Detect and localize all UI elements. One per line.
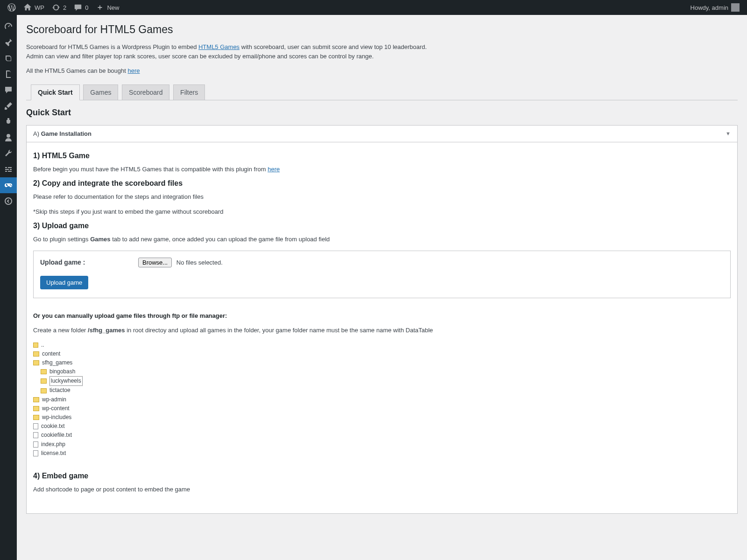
wordpress-icon (7, 3, 16, 12)
tree-file-license[interactable]: license.txt (33, 449, 731, 458)
sidebar-item-tools[interactable] (0, 146, 17, 161)
sidebar-item-pages[interactable] (0, 66, 17, 82)
tree-folder-wpcontent[interactable]: wp-content (33, 404, 731, 413)
user-icon (4, 133, 13, 142)
site-name-link[interactable]: WP (20, 0, 48, 15)
folder-icon (33, 351, 39, 357)
sliders-icon (4, 165, 13, 174)
brush-icon (4, 101, 13, 111)
dashboard-icon (4, 22, 13, 31)
upload-game-button[interactable]: Upload game (40, 276, 88, 289)
update-icon (52, 3, 60, 12)
folder-open-icon (33, 360, 39, 365)
html5-games-link[interactable]: HTML5 Games (198, 43, 240, 50)
comment-icon (74, 3, 82, 12)
page-title: Scoreboard for HTML5 Games (26, 23, 738, 36)
step3-text: Go to plugin settings Games tab to add n… (33, 235, 731, 244)
tree-folder-bingo[interactable]: bingobash (33, 367, 731, 376)
step1-text: Before begin you must have the HTML5 Gam… (33, 165, 731, 174)
sidebar-item-media[interactable] (0, 50, 17, 66)
file-icon (33, 432, 38, 438)
sidebar-item-appearance[interactable] (0, 98, 17, 114)
tree-up[interactable]: .. (33, 341, 731, 350)
step2-title: 2) Copy and integrate the scoreboard fil… (33, 179, 731, 188)
tree-file-cookie[interactable]: cookie.txt (33, 422, 731, 431)
tab-games[interactable]: Games (83, 84, 118, 100)
media-icon (4, 54, 13, 63)
greeting: Howdy, admin (691, 4, 728, 11)
main-content: Scoreboard for HTML5 Games Scoreboard fo… (17, 15, 747, 560)
step1-title: 1) HTML5 Game (33, 152, 731, 160)
page-desc-2: All the HTML5 Games can be bought here (26, 66, 738, 76)
sidebar-item-users[interactable] (0, 130, 17, 146)
tree-folder-lucky[interactable]: luckywheels (33, 376, 731, 386)
upload-label: Upload game : (40, 259, 110, 266)
admin-bar: WP 2 0 New Howdy, admin (0, 0, 747, 15)
tree-file-cookiefile[interactable]: cookiefile.txt (33, 431, 731, 440)
admin-sidebar (0, 15, 17, 560)
file-icon (33, 450, 38, 456)
nav-tabs: Quick Start Games Scoreboard Filters (26, 84, 738, 100)
folder-icon (41, 388, 47, 393)
create-folder-text: Create a new folder /sfhg_games in root … (33, 326, 731, 335)
updates-count: 2 (63, 4, 66, 11)
svg-point-0 (5, 198, 12, 204)
sidebar-item-scoreboard[interactable] (0, 177, 17, 193)
wrench-icon (4, 149, 13, 158)
account-link[interactable]: Howdy, admin (687, 0, 743, 15)
tree-folder-wpadmin[interactable]: wp-admin (33, 395, 731, 404)
step3-title: 3) Upload game (33, 222, 731, 230)
new-content-link[interactable]: New (92, 0, 123, 15)
folder-icon (33, 397, 39, 402)
sidebar-item-comments[interactable] (0, 82, 17, 98)
folder-icon (33, 415, 39, 420)
accordion-body: 1) HTML5 Game Before begin you must have… (27, 142, 737, 514)
step4-title: 4) Embed game (33, 472, 731, 480)
pin-icon (4, 38, 13, 47)
sidebar-item-posts[interactable] (0, 35, 17, 50)
site-name: WP (35, 4, 44, 11)
collapse-icon (4, 196, 13, 206)
accordion-header[interactable]: A) Game Installation ▼ (27, 126, 737, 142)
plugin-icon (4, 117, 13, 126)
tab-scoreboard[interactable]: Scoreboard (122, 84, 169, 100)
gamepad-icon (4, 181, 13, 190)
page-desc-1: Scoreboard for HTML5 Games is a Wordpres… (26, 42, 738, 61)
sidebar-item-collapse[interactable] (0, 193, 17, 209)
step4-text: Add shortcode to page or post content to… (33, 485, 731, 494)
accordion-game-installation: A) Game Installation ▼ 1) HTML5 Game Bef… (26, 125, 738, 514)
tree-folder-content[interactable]: content (33, 350, 731, 358)
tab-quickstart[interactable]: Quick Start (31, 84, 80, 100)
tab-filters[interactable]: Filters (173, 84, 205, 100)
comments-icon (4, 85, 13, 95)
buy-link[interactable]: here (128, 67, 140, 74)
sidebar-item-dashboard[interactable] (0, 19, 17, 35)
plus-icon (96, 3, 104, 12)
file-tree: .. content sfhg_games bingobash luckywhe… (33, 341, 731, 458)
file-icon (33, 423, 38, 429)
tree-folder-sfhg[interactable]: sfhg_games (33, 358, 731, 367)
browse-button[interactable]: Browse... (138, 258, 172, 267)
wp-logo[interactable] (4, 0, 20, 15)
avatar (731, 3, 740, 12)
sidebar-item-settings[interactable] (0, 161, 17, 177)
new-label: New (107, 4, 119, 11)
comments-link[interactable]: 0 (70, 0, 92, 15)
sidebar-item-plugins[interactable] (0, 114, 17, 130)
section-title: Quick Start (26, 108, 738, 118)
updates-link[interactable]: 2 (48, 0, 70, 15)
step2-text2: *Skip this steps if you just want to emb… (33, 207, 731, 217)
comments-count: 0 (85, 4, 88, 11)
tree-folder-wpincludes[interactable]: wp-includes (33, 413, 731, 422)
step1-here-link[interactable]: here (268, 166, 280, 173)
upload-box: Upload game : Browse... No files selecte… (33, 251, 731, 298)
folder-up-icon (33, 343, 38, 348)
pages-icon (4, 70, 13, 79)
tree-file-index[interactable]: index.php (33, 440, 731, 449)
home-icon (23, 3, 32, 12)
tree-folder-tictactoe[interactable]: tictactoe (33, 386, 731, 395)
chevron-down-icon: ▼ (726, 131, 731, 136)
file-icon (33, 441, 38, 448)
manual-upload-note: Or you can manually upload game files th… (33, 311, 731, 321)
file-status: No files selected. (176, 259, 223, 266)
